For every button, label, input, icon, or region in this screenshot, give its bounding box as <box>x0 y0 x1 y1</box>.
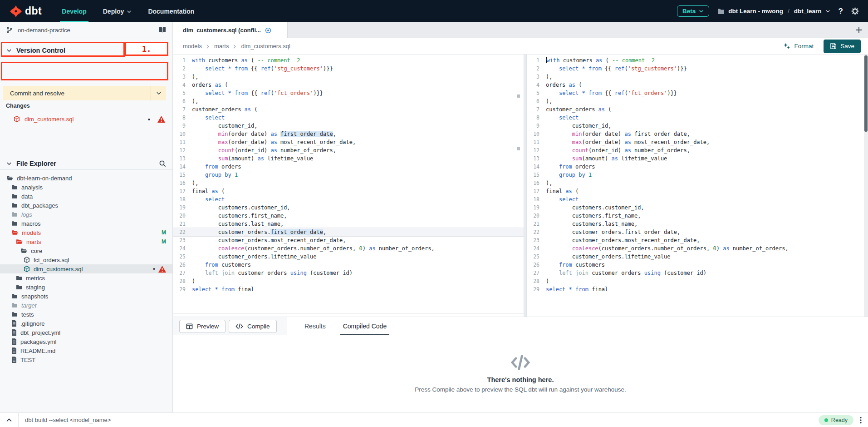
tree-item-models[interactable]: modelsM <box>0 228 172 237</box>
tree-item-label: tests <box>21 311 34 318</box>
code-line: 7customer_orders as ( <box>527 105 868 114</box>
panel-tab-compiled-code[interactable]: Compiled Code <box>343 317 387 335</box>
book-icon[interactable] <box>159 27 166 33</box>
conflict-warning-icon <box>157 116 165 123</box>
code-text: customer_orders as ( <box>539 105 612 114</box>
code-line: 8 select <box>173 114 524 122</box>
line-number: 28 <box>173 277 186 285</box>
code-line: 1with customers as ( -- comment 2 <box>527 56 868 65</box>
preview-button[interactable]: Preview <box>179 320 226 333</box>
chevron-up-icon[interactable] <box>0 417 18 423</box>
tab-dim-customers[interactable]: dim_customers.sql (confli... <box>173 22 288 38</box>
gear-icon[interactable] <box>851 7 859 15</box>
code-line: 13 sum(amount) as lifetime_value <box>527 154 868 163</box>
tree-item-label: macros <box>21 220 41 227</box>
tree-item-dbt-learn-on-demand[interactable]: dbt-learn-on-demand <box>0 174 172 183</box>
tree-item-logs[interactable]: logs <box>0 210 172 219</box>
pane-divider[interactable] <box>524 55 527 317</box>
kebab-menu-icon[interactable] <box>860 417 868 424</box>
code-text: ), <box>186 73 198 81</box>
chevron-down-icon <box>6 48 12 53</box>
editor-pane-right[interactable]: 1with customers as ( -- comment 22 selec… <box>527 55 868 317</box>
line-number: 12 <box>527 146 539 154</box>
tree-item-label: analysis <box>21 184 43 191</box>
table-icon <box>186 323 193 330</box>
tree-item-metrics[interactable]: metrics <box>0 273 172 283</box>
save-button[interactable]: Save <box>824 40 861 53</box>
file-icon <box>11 320 17 327</box>
folder-icon <box>11 203 18 208</box>
dbt-logo[interactable]: dbt <box>0 5 54 17</box>
changed-file-row[interactable]: dim_customers.sql • <box>0 113 172 125</box>
tree-item-target[interactable]: target <box>0 301 172 310</box>
line-number: 1 <box>173 56 186 65</box>
breadcrumb-item[interactable]: marts <box>214 43 229 50</box>
beta-label: Beta <box>682 8 696 15</box>
code-text: from customers <box>539 261 605 269</box>
tree-item-tests[interactable]: tests <box>0 310 172 319</box>
tree-item-macros[interactable]: macros <box>0 219 172 228</box>
tree-item-packages-yml[interactable]: packages.yml <box>0 337 172 346</box>
nav-item-develop[interactable]: Develop <box>54 0 94 22</box>
file-icon <box>11 338 17 345</box>
commit-and-resolve-button[interactable]: Commit and resolve <box>3 86 166 100</box>
branch-selector[interactable]: on-demand-practice <box>0 22 172 38</box>
tree-item-dim-customers-sql[interactable]: dim_customers.sql• <box>0 264 172 273</box>
scrollbar-thumb[interactable] <box>864 55 868 132</box>
tree-item-dbt-packages[interactable]: dbt_packages <box>0 201 172 210</box>
breadcrumb-item[interactable]: models <box>183 43 202 50</box>
panel-tab-results[interactable]: Results <box>304 317 326 335</box>
command-input[interactable]: dbt build --select <model_name> <box>19 417 819 423</box>
folder-icon <box>11 293 18 299</box>
line-number: 18 <box>173 195 186 204</box>
format-button[interactable]: Format <box>783 43 814 50</box>
vertical-scrollbar[interactable] <box>864 55 868 317</box>
commit-options-chevron[interactable] <box>151 86 166 100</box>
new-tab-icon[interactable] <box>855 26 863 34</box>
tree-item-label: packages.yml <box>20 338 56 345</box>
beta-dropdown[interactable]: Beta <box>677 5 709 17</box>
code-text: ) <box>539 277 549 285</box>
code-text: with customers as ( -- comment 2 <box>539 56 655 65</box>
folder-icon <box>16 275 22 281</box>
file-explorer-section-header[interactable]: File Explorer <box>0 157 172 170</box>
code-line: 27 left join customer_orders using (cust… <box>173 269 524 277</box>
tree-item-fct-orders-sql[interactable]: fct_orders.sql <box>0 255 172 264</box>
line-number: 11 <box>173 138 186 146</box>
tree-item-readme-md[interactable]: README.md <box>0 346 172 355</box>
model-cube-icon <box>14 116 20 122</box>
account-project-selector[interactable]: dbt Learn - mwong / dbt_learn <box>717 8 830 15</box>
tree-item-data[interactable]: data <box>0 192 172 201</box>
code-text: ), <box>186 179 198 187</box>
tree-item-label: metrics <box>26 275 45 282</box>
tree-item-marts[interactable]: martsM <box>0 237 172 246</box>
line-number: 5 <box>527 89 539 97</box>
horizontal-scrollbar[interactable] <box>173 313 524 313</box>
code-text: orders as ( <box>186 81 228 89</box>
line-number: 27 <box>173 269 186 277</box>
account-separator: / <box>787 8 790 15</box>
tree-item-analysis[interactable]: analysis <box>0 183 172 192</box>
compile-button[interactable]: Compile <box>229 320 277 333</box>
line-number: 4 <box>527 81 539 89</box>
nav-item-deploy[interactable]: Deploy <box>95 0 140 22</box>
tree-item-dbt-project-yml[interactable]: dbt_project.yml <box>0 328 172 337</box>
chevron-down-icon <box>127 9 132 14</box>
nav-item-documentation[interactable]: Documentation <box>140 0 202 22</box>
breadcrumb-item[interactable]: dim_customers.sql <box>241 43 290 50</box>
tree-item-test[interactable]: TEST <box>0 355 172 364</box>
empty-state-subtitle: Press Compile above to preview the SQL d… <box>415 386 626 393</box>
modified-badge: M <box>162 238 166 245</box>
search-icon[interactable] <box>159 160 166 167</box>
help-icon[interactable]: ? <box>839 7 843 16</box>
tree-item--gitignore[interactable]: .gitignore <box>0 319 172 328</box>
code-text: select <box>186 114 225 122</box>
code-line: 6), <box>527 97 868 105</box>
tree-item-snapshots[interactable]: snapshots <box>0 292 172 301</box>
code-text: orders as ( <box>539 81 582 89</box>
tree-item-core[interactable]: core <box>0 246 172 255</box>
line-number: 22 <box>527 228 539 236</box>
editor-pane-left[interactable]: 1with customers as ( -- comment 22 selec… <box>173 55 524 317</box>
code-line: 14 from orders <box>527 163 868 171</box>
tree-item-staging[interactable]: staging <box>0 283 172 292</box>
